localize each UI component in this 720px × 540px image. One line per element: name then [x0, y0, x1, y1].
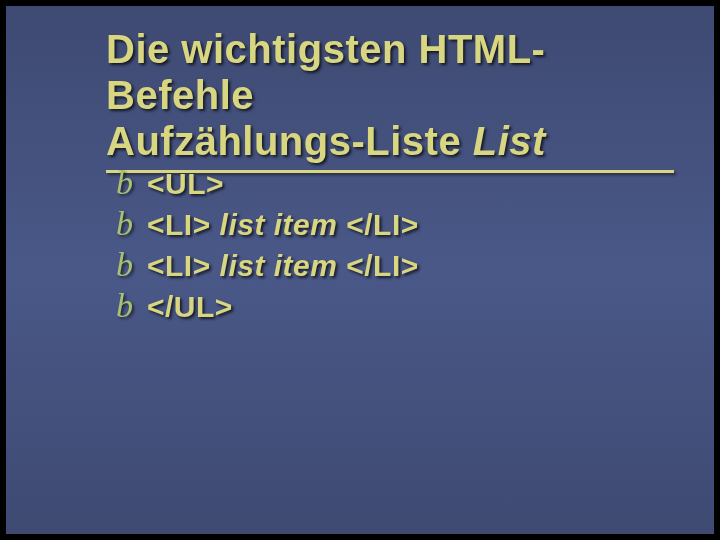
title-block: Die wichtigsten HTML-Befehle Aufzählungs…	[106, 26, 674, 173]
bullet-text-plain: <LI>	[147, 249, 220, 282]
bullet-text: <LI> list item </LI>	[147, 208, 419, 242]
title-line-2: Aufzählungs-Liste List	[106, 118, 674, 164]
bullet-text-plain: </LI>	[346, 208, 419, 241]
bullet-text: <UL>	[147, 167, 224, 201]
bullet-icon: b	[116, 207, 133, 241]
title-line-2-plain: Aufzählungs-Liste	[106, 119, 473, 163]
list-item: b<LI> list item </LI>	[116, 248, 419, 283]
bullet-text-plain: <UL>	[147, 167, 224, 200]
list-item: b<UL>	[116, 166, 419, 201]
bullet-text-emph: list item	[220, 208, 347, 241]
title-line-2-emph: List	[473, 119, 546, 163]
bullet-icon: b	[116, 289, 133, 323]
bullet-text-plain: <LI>	[147, 208, 220, 241]
bullet-text: <LI> list item </LI>	[147, 249, 419, 283]
slide: Die wichtigsten HTML-Befehle Aufzählungs…	[6, 6, 714, 534]
bullet-text-plain: </UL>	[147, 290, 233, 323]
bullet-text-plain: </LI>	[346, 249, 419, 282]
bullet-list: b<UL>b<LI> list item </LI>b<LI> list ite…	[116, 166, 419, 330]
list-item: b</UL>	[116, 289, 419, 324]
bullet-icon: b	[116, 166, 133, 200]
bullet-icon: b	[116, 248, 133, 282]
list-item: b<LI> list item </LI>	[116, 207, 419, 242]
bullet-text-emph: list item	[220, 249, 347, 282]
bullet-text: </UL>	[147, 290, 233, 324]
title-line-1: Die wichtigsten HTML-Befehle	[106, 26, 674, 118]
